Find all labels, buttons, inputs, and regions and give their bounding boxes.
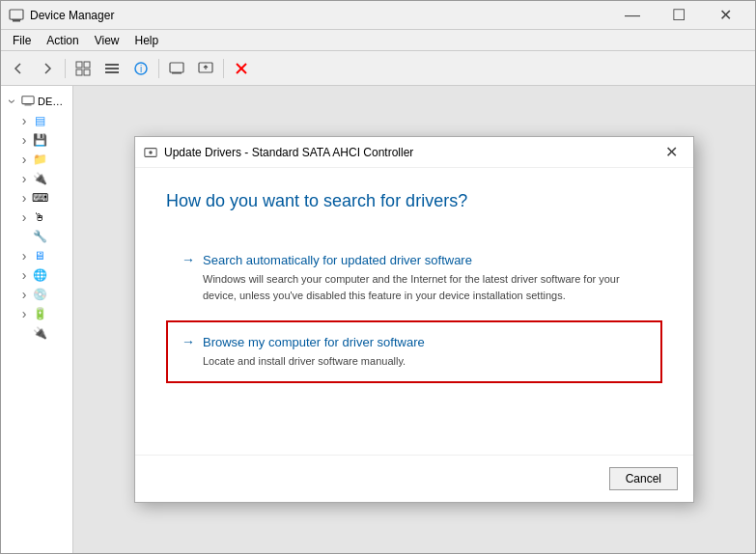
expand-icon [16,190,32,206]
dialog-title-icon [143,145,158,160]
auto-search-title[interactable]: Search automatically for updated driver … [203,253,472,267]
cancel-button[interactable]: Cancel [609,467,678,490]
dialog-overlay: Update Drivers - Standard SATA AHCI Cont… [73,86,755,553]
other2-icon: 🔧 [32,229,47,244]
properties-button[interactable]: i [127,55,154,82]
expand-icon [16,325,32,341]
uninstall-button[interactable] [228,55,255,82]
expand-icon [16,209,32,225]
dialog-question: How do you want to search for drivers? [166,191,662,211]
title-bar: Device Manager — ☐ ✕ [1,1,755,30]
disk-icon: 💾 [32,132,47,148]
storage-icon: 💿 [32,287,47,302]
maximize-button[interactable]: ☐ [657,1,701,30]
back-button[interactable] [5,55,32,82]
view-devices-button[interactable] [70,55,97,82]
list-item[interactable]: ▤ [1,111,72,130]
other-icon: 🔌 [32,171,47,186]
network-icon: 🌐 [32,267,47,283]
svg-rect-18 [25,105,32,106]
list-item[interactable]: 🔧 [1,227,72,246]
svg-rect-4 [84,62,90,68]
manual-browse-description: Locate and install driver software manua… [203,353,647,370]
update-driver-button[interactable] [192,55,219,82]
expand-icon [5,94,20,109]
svg-rect-3 [76,62,82,68]
menu-help[interactable]: Help [127,32,167,49]
list-item[interactable]: 🔌 [1,323,72,343]
display-icon: ▤ [32,113,47,128]
svg-rect-13 [172,72,182,74]
view-resources-button[interactable] [98,55,126,82]
manual-browse-title[interactable]: Browse my computer for driver software [203,335,425,349]
manual-arrow-icon: → [182,334,195,349]
menu-bar: File Action View Help [1,30,755,51]
ide-icon: 📁 [32,152,47,167]
toolbar-separator-3 [223,59,224,78]
root-label: DESKTOP-LDIDKBU [38,96,69,107]
menu-file[interactable]: File [5,32,39,49]
usb-icon: 🔌 [32,325,47,341]
svg-rect-5 [76,69,82,75]
dialog-title-bar: Update Drivers - Standard SATA AHCI Cont… [135,137,693,168]
forward-button[interactable] [34,55,61,82]
main-window: Device Manager — ☐ ✕ File Action View He… [0,0,756,554]
expand-icon [16,152,32,167]
svg-rect-2 [12,19,21,20]
keyboard-icon: ⌨ [32,190,47,206]
manual-browse-option[interactable]: → Browse my computer for driver software… [166,320,662,383]
monitor-icon: 🖥 [32,248,47,263]
dialog-close-button[interactable]: ✕ [657,140,686,165]
svg-rect-12 [170,63,183,72]
list-item[interactable]: 🖥 [1,246,72,265]
menu-action[interactable]: Action [39,32,86,49]
expand-icon [16,113,32,128]
list-item[interactable]: 📁 [1,150,72,169]
svg-rect-6 [84,69,90,75]
close-button[interactable]: ✕ [703,1,747,30]
auto-search-option[interactable]: → Search automatically for updated drive… [166,238,662,317]
expand-icon [16,171,32,186]
list-item[interactable]: 🔌 [1,169,72,188]
tree-container: DESKTOP-LDIDKBU ▤ 💾 📁 🔌 [1,90,72,345]
svg-rect-17 [22,97,34,104]
expand-icon [16,248,32,263]
expand-icon [16,287,32,302]
toolbar-separator-2 [158,59,159,78]
content-area: DESKTOP-LDIDKBU ▤ 💾 📁 🔌 [1,86,755,553]
svg-rect-8 [105,68,119,69]
svg-rect-0 [10,10,23,19]
toolbar-separator-1 [65,59,66,78]
main-panel: Update Drivers - Standard SATA AHCI Cont… [73,86,755,553]
tree-root[interactable]: DESKTOP-LDIDKBU [1,92,72,111]
minimize-button[interactable]: — [610,1,655,30]
list-item[interactable]: 🖱 [1,208,72,227]
view-type-button[interactable] [163,55,190,82]
computer-icon [20,94,36,109]
auto-search-description: Windows will search your computer and th… [203,271,647,303]
list-item[interactable]: 💾 [1,130,72,150]
dialog-footer: Cancel [135,455,693,502]
device-tree: DESKTOP-LDIDKBU ▤ 💾 📁 🔌 [1,86,73,553]
manual-title-row: → Browse my computer for driver software [182,334,647,349]
mouse-icon: 🖱 [32,209,47,225]
svg-rect-1 [13,20,20,22]
auto-title-row: → Search automatically for updated drive… [182,252,647,267]
svg-text:i: i [140,64,142,74]
svg-point-20 [149,151,153,154]
svg-rect-9 [105,71,119,73]
svg-rect-7 [105,64,119,66]
expand-icon [16,229,32,244]
app-icon [9,8,24,23]
list-item[interactable]: 💿 [1,285,72,304]
expand-icon [16,132,32,148]
system-icon: 🔋 [32,306,47,321]
auto-arrow-icon: → [182,252,195,267]
dialog-title-text: Update Drivers - Standard SATA AHCI Cont… [164,146,657,159]
expand-icon [16,306,32,321]
menu-view[interactable]: View [87,32,127,49]
list-item[interactable]: 🌐 [1,265,72,285]
list-item[interactable]: ⌨ [1,188,72,208]
list-item[interactable]: 🔋 [1,304,72,323]
window-controls: — ☐ ✕ [610,1,747,30]
